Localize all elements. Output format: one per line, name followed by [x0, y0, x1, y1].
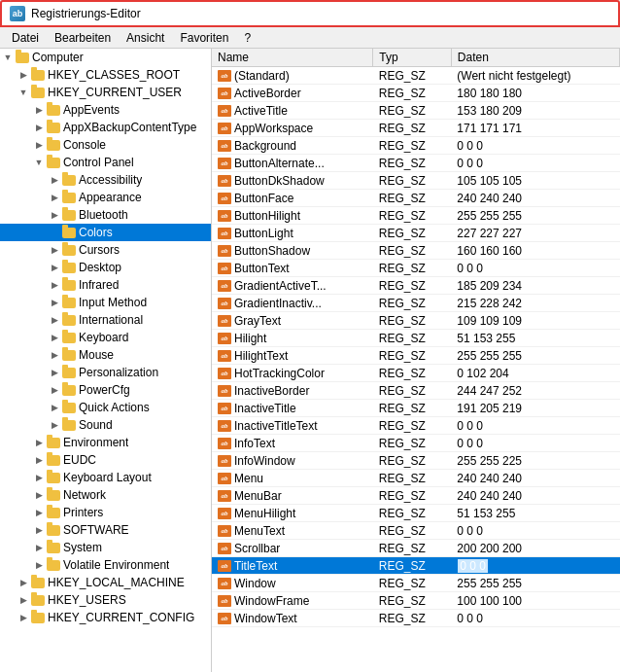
table-row[interactable]: abAppWorkspaceREG_SZ171 171 171 [212, 120, 620, 137]
table-row[interactable]: ab(Standard)REG_SZ(Wert nicht festgelegt… [212, 67, 620, 85]
table-row[interactable]: abBackgroundREG_SZ0 0 0 [212, 137, 620, 155]
tree-expand-powercfg[interactable]: ▶ [47, 381, 62, 399]
table-row[interactable]: abMenuTextREG_SZ0 0 0 [212, 522, 620, 540]
tree-item-appxbackup[interactable]: ▶AppXBackupContentType [0, 119, 211, 136]
tree-expand-current_config[interactable]: ▶ [16, 609, 31, 626]
tree-item-console[interactable]: ▶Console [0, 136, 211, 154]
table-row[interactable]: abWindowREG_SZ255 255 255 [212, 575, 620, 592]
table-row[interactable]: abButtonLightREG_SZ227 227 227 [212, 225, 620, 242]
table-row[interactable]: abButtonHilightREG_SZ255 255 255 [212, 207, 620, 225]
tree-item-bluetooth[interactable]: ▶Bluetooth [0, 206, 211, 224]
tree-expand-console[interactable]: ▶ [31, 136, 47, 154]
tree-expand-international[interactable]: ▶ [47, 311, 62, 329]
table-row[interactable]: abInfoTextREG_SZ0 0 0 [212, 435, 620, 452]
table-row[interactable]: abGrayTextREG_SZ109 109 109 [212, 312, 620, 330]
tree-item-current_config[interactable]: ▶HKEY_CURRENT_CONFIG [0, 609, 211, 626]
tree-expand-environment[interactable]: ▶ [31, 434, 47, 451]
tree-expand-input_method[interactable]: ▶ [47, 294, 62, 311]
table-row[interactable]: abScrollbarREG_SZ200 200 200 [212, 540, 620, 557]
tree-expand-mouse[interactable]: ▶ [47, 346, 62, 364]
tree-item-classes_root[interactable]: ▶HKEY_CLASSES_ROOT [0, 66, 211, 84]
table-row[interactable]: abWindowTextREG_SZ0 0 0 [212, 610, 620, 627]
tree-expand-keyboard[interactable]: ▶ [47, 329, 62, 346]
table-row[interactable]: abInactiveTitleREG_SZ191 205 219 [212, 400, 620, 417]
tree-expand-volatile_env[interactable]: ▶ [31, 556, 47, 574]
tree-expand-accessibility[interactable]: ▶ [47, 171, 62, 189]
menu-item-bearbeiten[interactable]: Bearbeiten [47, 29, 119, 47]
table-row[interactable]: abActiveTitleREG_SZ153 180 209 [212, 102, 620, 120]
tree-item-mouse[interactable]: ▶Mouse [0, 346, 211, 364]
col-header-typ[interactable]: Typ [373, 49, 451, 67]
tree-expand-control_panel[interactable]: ▼ [31, 154, 47, 171]
table-row[interactable]: abButtonFaceREG_SZ240 240 240 [212, 190, 620, 207]
tree-item-printers[interactable]: ▶Printers [0, 504, 211, 521]
table-row[interactable]: abInfoWindowREG_SZ255 255 225 [212, 452, 620, 470]
tree-expand-current_user[interactable]: ▼ [16, 84, 31, 101]
tree-item-appevents[interactable]: ▶AppEvents [0, 101, 211, 119]
table-row[interactable]: abButtonTextREG_SZ0 0 0 [212, 260, 620, 277]
tree-expand-appearance[interactable]: ▶ [47, 189, 62, 206]
col-header-name[interactable]: Name [212, 49, 373, 67]
tree-item-personalization[interactable]: ▶Personalization [0, 364, 211, 381]
tree-expand-desktop[interactable]: ▶ [47, 259, 62, 276]
tree-expand-printers[interactable]: ▶ [31, 504, 47, 521]
table-row[interactable]: abWindowFrameREG_SZ100 100 100 [212, 592, 620, 610]
menu-item-?[interactable]: ? [236, 29, 258, 47]
tree-item-international[interactable]: ▶International [0, 311, 211, 329]
table-row[interactable]: abTitleTextREG_SZ0 0 0 [212, 557, 620, 575]
table-row[interactable]: abActiveBorderREG_SZ180 180 180 [212, 85, 620, 102]
table-row[interactable]: abMenuREG_SZ240 240 240 [212, 470, 620, 487]
tree-item-colors[interactable]: Colors [0, 224, 211, 241]
menu-item-favoriten[interactable]: Favoriten [172, 29, 236, 47]
tree-item-powercfg[interactable]: ▶PowerCfg [0, 381, 211, 399]
tree-expand-colors[interactable] [47, 224, 62, 241]
tree-item-environment[interactable]: ▶Environment [0, 434, 211, 451]
tree-item-keyboard_layout[interactable]: ▶Keyboard Layout [0, 469, 211, 486]
table-row[interactable]: abInactiveTitleTextREG_SZ0 0 0 [212, 417, 620, 435]
tree-item-network[interactable]: ▶Network [0, 486, 211, 504]
tree-item-infrared[interactable]: ▶Infrared [0, 276, 211, 294]
tree-item-system[interactable]: ▶System [0, 539, 211, 556]
tree-item-input_method[interactable]: ▶Input Method [0, 294, 211, 311]
tree-item-eudc[interactable]: ▶EUDC [0, 451, 211, 469]
table-row[interactable]: abHotTrackingColorREG_SZ0 102 204 [212, 365, 620, 382]
table-row[interactable]: abGradientInactiv...REG_SZ215 228 242 [212, 295, 620, 312]
table-row[interactable]: abMenuBarREG_SZ240 240 240 [212, 487, 620, 505]
menu-item-ansicht[interactable]: Ansicht [119, 29, 172, 47]
tree-item-control_panel[interactable]: ▼Control Panel [0, 154, 211, 171]
tree-expand-software[interactable]: ▶ [31, 521, 47, 539]
table-row[interactable]: abMenuHilightREG_SZ51 153 255 [212, 505, 620, 522]
col-header-daten[interactable]: Daten [451, 49, 619, 67]
table-row[interactable]: abHilightTextREG_SZ255 255 255 [212, 347, 620, 365]
tree-item-quick_actions[interactable]: ▶Quick Actions [0, 399, 211, 416]
tree-expand-personalization[interactable]: ▶ [47, 364, 62, 381]
table-row[interactable]: abInactiveBorderREG_SZ244 247 252 [212, 382, 620, 400]
tree-expand-local_machine[interactable]: ▶ [16, 574, 31, 591]
tree-expand-appxbackup[interactable]: ▶ [31, 119, 47, 136]
tree-item-accessibility[interactable]: ▶Accessibility [0, 171, 211, 189]
tree-expand-classes_root[interactable]: ▶ [16, 66, 31, 84]
table-row[interactable]: abButtonShadowREG_SZ160 160 160 [212, 242, 620, 260]
menu-item-datei[interactable]: Datei [4, 29, 47, 47]
tree-expand-quick_actions[interactable]: ▶ [47, 399, 62, 416]
tree-expand-cursors[interactable]: ▶ [47, 241, 62, 259]
tree-item-local_machine[interactable]: ▶HKEY_LOCAL_MACHINE [0, 574, 211, 591]
tree-item-software[interactable]: ▶SOFTWARE [0, 521, 211, 539]
tree-expand-infrared[interactable]: ▶ [47, 276, 62, 294]
table-row[interactable]: abButtonAlternate...REG_SZ0 0 0 [212, 155, 620, 172]
tree-expand-appevents[interactable]: ▶ [31, 101, 47, 119]
tree-item-sound[interactable]: ▶Sound [0, 416, 211, 434]
tree-expand-network[interactable]: ▶ [31, 486, 47, 504]
tree-item-current_user[interactable]: ▼HKEY_CURRENT_USER [0, 84, 211, 101]
tree-item-users[interactable]: ▶HKEY_USERS [0, 591, 211, 609]
table-row[interactable]: abButtonDkShadowREG_SZ105 105 105 [212, 172, 620, 190]
tree-item-computer[interactable]: ▼Computer [0, 49, 211, 66]
tree-expand-system[interactable]: ▶ [31, 539, 47, 556]
tree-expand-keyboard_layout[interactable]: ▶ [31, 469, 47, 486]
tree-item-desktop[interactable]: ▶Desktop [0, 259, 211, 276]
tree-item-volatile_env[interactable]: ▶Volatile Environment [0, 556, 211, 574]
tree-expand-bluetooth[interactable]: ▶ [47, 206, 62, 224]
table-row[interactable]: abGradientActiveT...REG_SZ185 209 234 [212, 277, 620, 295]
tree-expand-computer[interactable]: ▼ [0, 49, 16, 66]
tree-item-appearance[interactable]: ▶Appearance [0, 189, 211, 206]
